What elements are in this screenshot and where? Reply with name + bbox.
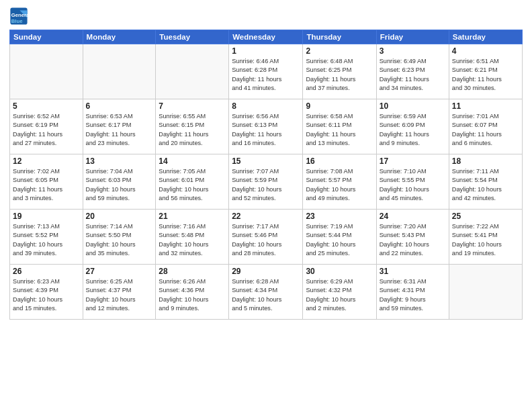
day-number: 29 bbox=[232, 267, 300, 276]
day-info: Sunrise: 6:48 AMSunset: 6:25 PMDaylight:… bbox=[306, 57, 373, 93]
calendar-week-3: 12Sunrise: 7:02 AMSunset: 6:05 PMDayligh… bbox=[10, 154, 523, 210]
day-number: 18 bbox=[452, 156, 519, 166]
weekday-header-sunday: Sunday bbox=[10, 30, 83, 44]
calendar-cell: 7Sunrise: 6:55 AMSunset: 6:15 PMDaylight… bbox=[156, 99, 229, 154]
day-info: Sunrise: 7:01 AMSunset: 6:07 PMDaylight:… bbox=[452, 112, 519, 148]
day-number: 10 bbox=[380, 101, 446, 111]
day-info: Sunrise: 6:56 AMSunset: 6:13 PMDaylight:… bbox=[232, 112, 300, 148]
weekday-header-monday: Monday bbox=[83, 30, 156, 44]
calendar-week-5: 26Sunrise: 6:23 AMSunset: 4:39 PMDayligh… bbox=[10, 265, 523, 320]
calendar-cell: 14Sunrise: 7:05 AMSunset: 6:01 PMDayligh… bbox=[156, 154, 229, 210]
day-number: 27 bbox=[86, 267, 153, 276]
day-number: 7 bbox=[159, 101, 226, 111]
day-number: 26 bbox=[13, 267, 80, 276]
day-number: 30 bbox=[306, 267, 373, 276]
weekday-header-tuesday: Tuesday bbox=[156, 30, 229, 44]
day-info: Sunrise: 7:13 AMSunset: 5:52 PMDaylight:… bbox=[13, 222, 80, 258]
day-number: 2 bbox=[306, 46, 373, 56]
weekday-header-friday: Friday bbox=[376, 30, 449, 44]
day-number: 28 bbox=[159, 267, 226, 276]
calendar-cell: 25Sunrise: 7:22 AMSunset: 5:41 PMDayligh… bbox=[449, 210, 522, 265]
day-number: 17 bbox=[380, 156, 446, 166]
day-number: 3 bbox=[380, 46, 446, 56]
calendar-cell: 22Sunrise: 7:17 AMSunset: 5:46 PMDayligh… bbox=[229, 210, 303, 265]
calendar-cell bbox=[449, 265, 522, 320]
day-info: Sunrise: 6:31 AMSunset: 4:31 PMDaylight:… bbox=[380, 277, 446, 313]
weekday-header-thursday: Thursday bbox=[303, 30, 376, 44]
day-info: Sunrise: 6:52 AMSunset: 6:19 PMDaylight:… bbox=[13, 112, 80, 148]
day-number: 4 bbox=[452, 46, 519, 56]
calendar-cell: 11Sunrise: 7:01 AMSunset: 6:07 PMDayligh… bbox=[449, 99, 522, 154]
day-info: Sunrise: 6:53 AMSunset: 6:17 PMDaylight:… bbox=[86, 112, 153, 148]
day-info: Sunrise: 7:11 AMSunset: 5:54 PMDaylight:… bbox=[452, 167, 519, 203]
day-number: 6 bbox=[86, 101, 153, 111]
calendar-cell: 15Sunrise: 7:07 AMSunset: 5:59 PMDayligh… bbox=[229, 154, 303, 210]
day-info: Sunrise: 6:59 AMSunset: 6:09 PMDaylight:… bbox=[380, 112, 446, 148]
calendar-cell bbox=[10, 44, 83, 99]
day-number: 23 bbox=[306, 212, 373, 221]
day-number: 8 bbox=[232, 101, 300, 111]
day-info: Sunrise: 7:17 AMSunset: 5:46 PMDaylight:… bbox=[232, 222, 300, 258]
day-info: Sunrise: 6:28 AMSunset: 4:34 PMDaylight:… bbox=[232, 277, 300, 313]
calendar-cell: 31Sunrise: 6:31 AMSunset: 4:31 PMDayligh… bbox=[376, 265, 449, 320]
svg-text:Blue: Blue bbox=[11, 18, 23, 24]
day-number: 16 bbox=[306, 156, 373, 166]
day-number: 20 bbox=[86, 212, 153, 221]
calendar-cell: 21Sunrise: 7:16 AMSunset: 5:48 PMDayligh… bbox=[156, 210, 229, 265]
calendar-cell: 16Sunrise: 7:08 AMSunset: 5:57 PMDayligh… bbox=[303, 154, 376, 210]
day-info: Sunrise: 7:16 AMSunset: 5:48 PMDaylight:… bbox=[159, 222, 226, 258]
day-info: Sunrise: 6:51 AMSunset: 6:21 PMDaylight:… bbox=[452, 57, 519, 93]
day-number: 11 bbox=[452, 101, 519, 111]
day-info: Sunrise: 6:55 AMSunset: 6:15 PMDaylight:… bbox=[159, 112, 226, 148]
day-number: 13 bbox=[86, 156, 153, 166]
day-number: 19 bbox=[13, 212, 80, 221]
calendar-cell bbox=[83, 44, 156, 99]
calendar-cell: 30Sunrise: 6:29 AMSunset: 4:32 PMDayligh… bbox=[303, 265, 376, 320]
calendar-cell: 13Sunrise: 7:04 AMSunset: 6:03 PMDayligh… bbox=[83, 154, 156, 210]
calendar-week-1: 1Sunrise: 6:46 AMSunset: 6:28 PMDaylight… bbox=[10, 44, 523, 99]
day-number: 14 bbox=[159, 156, 226, 166]
calendar-cell: 3Sunrise: 6:49 AMSunset: 6:23 PMDaylight… bbox=[376, 44, 449, 99]
day-info: Sunrise: 7:22 AMSunset: 5:41 PMDaylight:… bbox=[452, 222, 519, 258]
calendar-cell: 19Sunrise: 7:13 AMSunset: 5:52 PMDayligh… bbox=[10, 210, 83, 265]
day-info: Sunrise: 7:14 AMSunset: 5:50 PMDaylight:… bbox=[86, 222, 153, 258]
calendar-week-4: 19Sunrise: 7:13 AMSunset: 5:52 PMDayligh… bbox=[10, 210, 523, 265]
day-number: 24 bbox=[380, 212, 446, 221]
page-container: General Blue SundayMondayTuesdayWednesda… bbox=[0, 0, 532, 411]
calendar-cell: 8Sunrise: 6:56 AMSunset: 6:13 PMDaylight… bbox=[229, 99, 303, 154]
calendar-cell: 5Sunrise: 6:52 AMSunset: 6:19 PMDaylight… bbox=[10, 99, 83, 154]
day-info: Sunrise: 6:26 AMSunset: 4:36 PMDaylight:… bbox=[159, 277, 226, 313]
calendar-cell: 1Sunrise: 6:46 AMSunset: 6:28 PMDaylight… bbox=[229, 44, 303, 99]
day-info: Sunrise: 7:07 AMSunset: 5:59 PMDaylight:… bbox=[232, 167, 300, 203]
day-info: Sunrise: 6:58 AMSunset: 6:11 PMDaylight:… bbox=[306, 112, 373, 148]
day-info: Sunrise: 6:46 AMSunset: 6:28 PMDaylight:… bbox=[232, 57, 300, 93]
calendar-cell: 28Sunrise: 6:26 AMSunset: 4:36 PMDayligh… bbox=[156, 265, 229, 320]
day-number: 12 bbox=[13, 156, 80, 166]
calendar-cell: 17Sunrise: 7:10 AMSunset: 5:55 PMDayligh… bbox=[376, 154, 449, 210]
weekday-header-saturday: Saturday bbox=[449, 30, 522, 44]
day-number: 9 bbox=[306, 101, 373, 111]
calendar-week-2: 5Sunrise: 6:52 AMSunset: 6:19 PMDaylight… bbox=[10, 99, 523, 154]
calendar-cell: 4Sunrise: 6:51 AMSunset: 6:21 PMDaylight… bbox=[449, 44, 522, 99]
day-info: Sunrise: 7:19 AMSunset: 5:44 PMDaylight:… bbox=[306, 222, 373, 258]
calendar-cell: 18Sunrise: 7:11 AMSunset: 5:54 PMDayligh… bbox=[449, 154, 522, 210]
day-info: Sunrise: 6:23 AMSunset: 4:39 PMDaylight:… bbox=[13, 277, 80, 313]
weekday-header-wednesday: Wednesday bbox=[229, 30, 303, 44]
day-info: Sunrise: 7:02 AMSunset: 6:05 PMDaylight:… bbox=[13, 167, 80, 203]
day-number: 15 bbox=[232, 156, 300, 166]
logo-icon: General Blue bbox=[9, 7, 28, 26]
calendar-cell: 6Sunrise: 6:53 AMSunset: 6:17 PMDaylight… bbox=[83, 99, 156, 154]
calendar-cell: 26Sunrise: 6:23 AMSunset: 4:39 PMDayligh… bbox=[10, 265, 83, 320]
calendar-cell: 23Sunrise: 7:19 AMSunset: 5:44 PMDayligh… bbox=[303, 210, 376, 265]
calendar-cell: 20Sunrise: 7:14 AMSunset: 5:50 PMDayligh… bbox=[83, 210, 156, 265]
logo: General Blue bbox=[9, 7, 31, 26]
day-info: Sunrise: 6:49 AMSunset: 6:23 PMDaylight:… bbox=[380, 57, 446, 93]
day-info: Sunrise: 6:29 AMSunset: 4:32 PMDaylight:… bbox=[306, 277, 373, 313]
day-info: Sunrise: 7:10 AMSunset: 5:55 PMDaylight:… bbox=[380, 167, 446, 203]
day-info: Sunrise: 6:25 AMSunset: 4:37 PMDaylight:… bbox=[86, 277, 153, 313]
calendar-cell bbox=[156, 44, 229, 99]
day-number: 25 bbox=[452, 212, 519, 221]
calendar-cell: 9Sunrise: 6:58 AMSunset: 6:11 PMDaylight… bbox=[303, 99, 376, 154]
day-number: 31 bbox=[380, 267, 446, 276]
day-number: 5 bbox=[13, 101, 80, 111]
